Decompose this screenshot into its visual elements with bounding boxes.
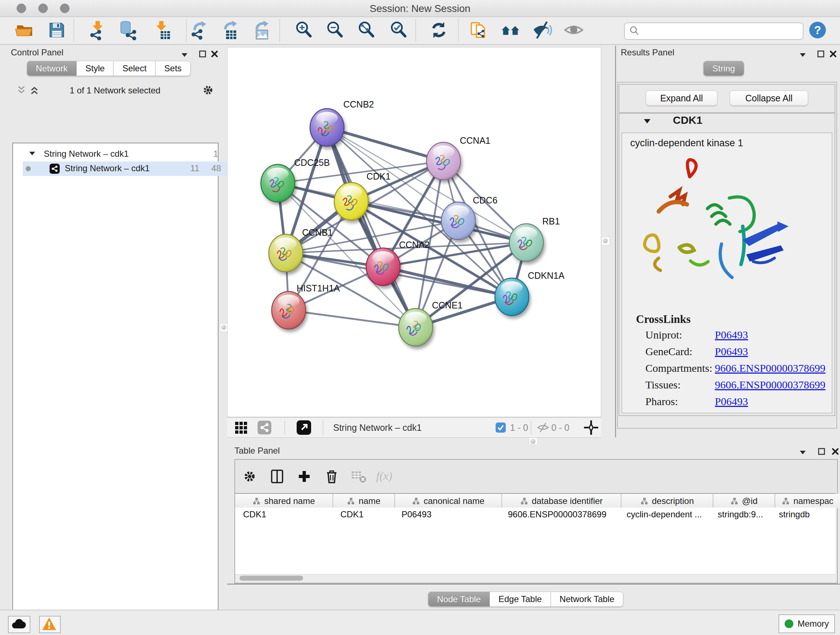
cloud-status-button[interactable] (8, 616, 30, 633)
network-edge[interactable] (327, 127, 416, 327)
right-splitter-grip[interactable] (601, 237, 610, 245)
network-node-CCNB2[interactable] (310, 109, 344, 146)
crosslink-value-link[interactable]: 9606.ENSP00000378699 (715, 360, 826, 377)
column-header-name[interactable]: name (333, 494, 395, 508)
tab-select[interactable]: Select (114, 61, 156, 76)
expand-all-button[interactable]: Expand All (646, 90, 717, 106)
tab-sets[interactable]: Sets (156, 61, 191, 76)
results-splitter-line[interactable] (615, 46, 616, 437)
network-node-HIST1H1A[interactable] (272, 291, 306, 329)
table-row[interactable]: CDK1CDK1P064939606.ENSP00000378699cyclin… (235, 508, 836, 521)
table-cell[interactable]: stringdb:9... (710, 508, 771, 521)
tab-edge-table[interactable]: Edge Table (490, 592, 551, 607)
results-panel-close-icon[interactable] (829, 49, 838, 59)
network-node-CCNA2[interactable] (366, 248, 400, 286)
selected-count: 1 - 0 (510, 423, 528, 433)
grid-view-icon[interactable] (234, 421, 248, 435)
table-hscrollbar-thumb[interactable] (240, 576, 303, 581)
table-cell[interactable]: cyclin-dependent ... (619, 508, 710, 521)
import-network-file-icon[interactable] (88, 20, 108, 40)
column-header-@id[interactable]: @id (714, 494, 775, 508)
network-node-RB1[interactable] (509, 224, 543, 261)
import-table-icon[interactable] (151, 20, 172, 40)
table-cell[interactable]: stringdb (771, 508, 836, 521)
column-header-description[interactable]: description (622, 494, 714, 508)
column-header-label: @id (742, 496, 758, 506)
share-view-icon[interactable] (257, 421, 271, 434)
protein-collapse-icon[interactable] (644, 119, 651, 124)
refresh-icon[interactable] (429, 20, 449, 40)
show-selected-eye-icon[interactable] (564, 20, 584, 40)
table-settings-gear-icon[interactable] (242, 469, 257, 485)
show-all-views-icon[interactable] (500, 20, 521, 40)
table-hscrollbar[interactable] (235, 574, 836, 582)
zoom-fit-icon[interactable] (356, 20, 377, 40)
column-header-shared-name[interactable]: shared name (235, 494, 333, 508)
memory-button[interactable]: Memory (778, 614, 835, 633)
network-node-CDC6[interactable] (441, 202, 475, 240)
network-node-CCNE1[interactable] (399, 309, 433, 346)
column-header-namespac[interactable]: namespac (775, 494, 840, 508)
table-panel-collapse-icon[interactable] (798, 448, 807, 457)
table-cell[interactable]: P06493 (393, 508, 500, 521)
network-node-CDKN1A[interactable] (495, 278, 529, 316)
column-header-database-identifier[interactable]: database identifier (502, 494, 622, 508)
network-options-gear-icon[interactable] (201, 83, 215, 97)
selected-checkbox-icon[interactable] (496, 423, 506, 432)
tab-string[interactable]: String (703, 61, 744, 76)
zoom-out-icon[interactable] (325, 20, 345, 40)
results-panel-collapse-icon[interactable] (798, 50, 807, 59)
table-cell[interactable]: CDK1 (235, 508, 332, 521)
hide-selected-eye-icon[interactable] (532, 20, 553, 40)
tab-network-table[interactable]: Network Table (551, 592, 624, 607)
collapse-all-chevron-icon[interactable] (29, 86, 40, 95)
results-panel-float-icon[interactable] (816, 49, 826, 59)
birdseye-crosshair-icon[interactable] (583, 420, 599, 435)
table-panel-close-icon[interactable] (831, 447, 840, 456)
column-header-canonical-name[interactable]: canonical name (395, 494, 502, 508)
warning-status-button[interactable] (39, 616, 61, 633)
control-panel-close-icon[interactable] (210, 49, 219, 59)
crosslink-value-link[interactable]: 9606.ENSP00000378699 (715, 377, 826, 393)
delete-column-icon[interactable] (324, 469, 340, 485)
control-panel-collapse-icon[interactable] (180, 50, 189, 59)
export-image-icon[interactable] (252, 20, 272, 40)
save-session-icon[interactable] (47, 20, 67, 40)
network-edge[interactable] (383, 267, 512, 297)
network-node-CCNA1[interactable] (426, 142, 461, 180)
table-panel-float-icon[interactable] (817, 447, 826, 456)
open-session-icon[interactable] (14, 20, 35, 40)
help-icon[interactable]: ? (809, 22, 826, 38)
crosslink-value-link[interactable]: P06493 (715, 343, 748, 360)
search-input[interactable] (641, 26, 803, 36)
network-view-title: String Network – cdk1 (333, 423, 422, 433)
tab-node-table[interactable]: Node Table (428, 592, 490, 607)
network-collection-row[interactable]: String Network – cdk1 1 (23, 147, 227, 162)
collection-expand-icon[interactable] (29, 151, 35, 156)
copy-view-icon[interactable] (469, 20, 489, 40)
crosslink-value-link[interactable]: P06493 (715, 326, 748, 343)
zoom-in-icon[interactable] (294, 20, 314, 40)
tab-network[interactable]: Network (27, 61, 77, 76)
network-canvas[interactable]: CCNB2CCNA1CDC25BCDK1CDC6RB1CCNB1CCNA2CDK… (227, 47, 601, 417)
network-node-CCNB1[interactable] (269, 234, 303, 272)
table-cell[interactable]: 9606.ENSP00000378699 (500, 508, 619, 521)
control-panel-float-icon[interactable] (198, 49, 207, 59)
collapse-all-button[interactable]: Collapse All (729, 90, 808, 106)
table-cell[interactable]: CDK1 (332, 508, 393, 521)
export-network-icon[interactable] (189, 20, 209, 40)
show-columns-icon[interactable] (269, 469, 285, 485)
network-row-selected[interactable]: String Network – cdk1 11 48 (23, 162, 227, 176)
table-header-row[interactable]: shared namenamecanonical namedatabase id… (235, 493, 836, 509)
network-node-CDK1[interactable] (334, 182, 368, 220)
network-edge[interactable] (289, 310, 416, 327)
tab-style[interactable]: Style (77, 61, 114, 76)
add-column-icon[interactable] (296, 469, 312, 485)
export-table-icon[interactable] (220, 20, 240, 40)
export-view-icon[interactable] (297, 420, 311, 435)
expand-all-chevron-icon[interactable] (16, 86, 27, 95)
crosslink-value-link[interactable]: P06493 (715, 393, 748, 410)
import-network-database-icon[interactable] (118, 20, 138, 40)
network-node-CDC25B[interactable] (261, 165, 295, 202)
zoom-selected-icon[interactable] (388, 20, 409, 40)
